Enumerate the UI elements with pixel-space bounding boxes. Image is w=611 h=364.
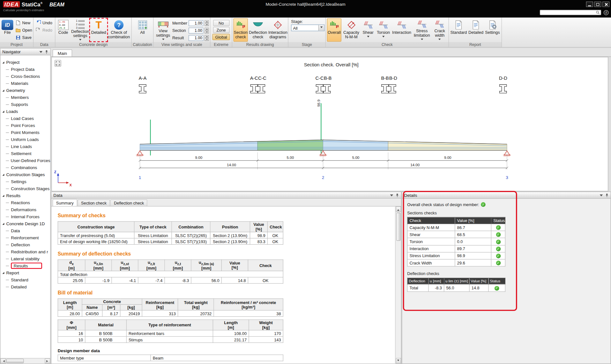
panel-menu-icon[interactable] — [39, 51, 42, 54]
pin-icon[interactable] — [396, 193, 399, 197]
extreme-no-button[interactable]: No — [213, 20, 229, 26]
nav-item-project-data[interactable]: Project Data — [0, 66, 50, 73]
deflection-settings-button[interactable]: 1 2 3 Deflection settings — [71, 18, 90, 41]
nav-item-materials[interactable]: Materials — [0, 80, 50, 87]
nav-item-load-cases[interactable]: Load Cases — [0, 115, 50, 122]
nav-section-project[interactable]: Project — [0, 59, 50, 66]
tab-summary[interactable]: Summary — [53, 199, 77, 206]
table-row[interactable]: 28.00C40/508.17204193132073238 — [58, 310, 283, 317]
scrollbar-thumb[interactable] — [396, 213, 400, 241]
report-detailed-button[interactable]: Detailed — [468, 18, 484, 41]
save-button[interactable]: Save — [14, 34, 33, 41]
view-settings-button[interactable]: View settings — [155, 18, 172, 41]
tab-main[interactable]: Main — [53, 49, 72, 56]
search-input[interactable] — [540, 10, 601, 15]
nav-item-data[interactable]: Data — [0, 227, 50, 234]
file-button[interactable]: ID File — [1, 18, 14, 41]
calculate-all-button[interactable]: All — [134, 18, 151, 41]
result-scale-input[interactable] — [189, 35, 203, 41]
nav-item-deformations[interactable]: Deformations — [0, 206, 50, 213]
check-shear-button[interactable]: Shear — [361, 18, 375, 41]
nav-item-settlement[interactable]: Settlement — [0, 150, 50, 157]
nav-section-results[interactable]: Results — [0, 192, 50, 199]
nav-section-loads[interactable]: Loads — [0, 108, 50, 115]
check-interaction-button[interactable]: Interaction — [392, 18, 412, 41]
tab-section-check[interactable]: Section check — [78, 199, 110, 206]
nav-item-reinforcement[interactable]: Reinforcement — [0, 234, 50, 241]
tab-deflection-check[interactable]: Deflection check — [110, 199, 147, 206]
stage-dropdown[interactable]: All — [291, 25, 324, 31]
nav-item-lateral-stability[interactable]: Lateral stability — [0, 255, 50, 262]
new-button[interactable]: New — [14, 19, 33, 26]
code-button[interactable]: 1.450.9025.8 Code — [56, 18, 70, 41]
section-scale-input[interactable] — [189, 27, 203, 33]
nav-section-report[interactable]: Report — [0, 269, 50, 276]
data-vscrollbar[interactable] — [395, 206, 401, 363]
nav-item-reactions[interactable]: Reactions — [0, 199, 50, 206]
main-canvas[interactable]: Section check. Overall [%] A-A A-C — [51, 57, 608, 191]
check-capacity-button[interactable]: Capacity N-M-M — [342, 18, 361, 41]
check-torsion-button[interactable]: Torsion — [376, 18, 391, 41]
section-check-button[interactable]: Section check — [234, 18, 248, 41]
info-button[interactable]: i — [604, 10, 609, 15]
check-crack-width-button[interactable]: Crack width — [432, 18, 447, 41]
nav-item-supports[interactable]: Supports — [0, 101, 50, 108]
table-row[interactable]: Total-8.356.014.8 — [407, 284, 505, 291]
panel-menu-icon[interactable] — [390, 194, 393, 198]
nav-item-standard[interactable]: Standard — [0, 276, 50, 283]
nav-item-settings[interactable]: Settings — [0, 178, 50, 185]
table-row[interactable]: Crack Width29.6 — [407, 259, 505, 266]
member-scale-stepper[interactable] — [205, 20, 209, 26]
scroll-left-button[interactable] — [0, 359, 6, 364]
minimize-button[interactable] — [586, 2, 593, 7]
nav-section-geometry[interactable]: Geometry — [0, 87, 50, 94]
nav-item-internal-forces[interactable]: Internal Forces — [0, 213, 50, 220]
navigator-hscrollbar[interactable] — [0, 358, 50, 363]
panel-menu-icon[interactable] — [600, 194, 603, 198]
check-stress-limitation-button[interactable]: Stress limitation — [413, 18, 431, 41]
nav-section-construction-stages[interactable]: Construction Stages — [0, 171, 50, 178]
nav-item-construction-stages[interactable]: Construction Stages — [0, 185, 50, 192]
report-settings-button[interactable]: Settings — [485, 18, 500, 41]
table-row[interactable]: 16B 500BReinforcement bars108.00170 — [58, 330, 283, 337]
nav-item-combinations[interactable]: Combinations — [0, 164, 50, 171]
redo-button[interactable]: Redo — [35, 26, 54, 33]
nav-item-point-moments[interactable]: Point Moments — [0, 129, 50, 136]
interaction-diagrams-button[interactable]: Interaction diagrams — [268, 18, 287, 41]
detailed-button[interactable]: T Detailed — [91, 18, 107, 41]
deflection-check-button[interactable]: Deflection check — [249, 18, 267, 41]
scroll-up-button[interactable] — [396, 206, 401, 212]
nav-item-line-loads[interactable]: Line Loads — [0, 143, 50, 150]
maximize-button[interactable] — [594, 2, 601, 7]
extreme-global-button[interactable]: Global — [212, 34, 230, 40]
check-of-combination-button[interactable]: ? Check of combination — [108, 18, 130, 41]
table-row[interactable]: Stress Limitation98.9 — [407, 252, 505, 259]
undo-button[interactable]: Undo — [35, 19, 54, 26]
scrollbar-thumb[interactable] — [6, 359, 24, 363]
member-scale-input[interactable] — [189, 20, 203, 26]
close-button[interactable] — [602, 2, 609, 7]
table-row[interactable]: Torsion0.0 — [407, 238, 505, 245]
extreme-zone-button[interactable]: Zone — [213, 27, 229, 33]
table-row[interactable]: Transfer of prestressing (5.0d)Stress Li… — [58, 232, 283, 238]
result-scale-stepper[interactable] — [205, 35, 209, 41]
table-row[interactable]: Capacity N-M-M86.7 — [407, 224, 505, 231]
open-button[interactable]: Open — [14, 26, 33, 33]
nav-item-members[interactable]: Members — [0, 94, 50, 101]
fit-view-button[interactable] — [55, 60, 61, 67]
nav-item-user-defined-forces[interactable]: User-Defined Forces — [0, 157, 50, 164]
scroll-right-button[interactable] — [45, 359, 50, 364]
nav-item-detailed[interactable]: Detailed — [0, 283, 50, 290]
pin-icon[interactable] — [45, 50, 48, 54]
check-overall-button[interactable]: Overall — [327, 18, 342, 41]
nav-item-results[interactable]: Results — [0, 262, 50, 269]
nav-item-uniform-loads[interactable]: Uniform Loads — [0, 136, 50, 143]
table-row[interactable]: Interaction89.7 — [407, 245, 505, 252]
nav-section-concrete-design-1d[interactable]: Concrete Design 1D — [0, 220, 50, 227]
section-scale-stepper[interactable] — [205, 27, 209, 33]
table-row[interactable]: 25.05-1.9-4.1-7.4-8.356.014.8OK — [58, 277, 283, 284]
table-row[interactable]: End of design working life (18250.0d)Str… — [58, 238, 283, 245]
table-row[interactable]: 10B 500BStirrups231.17143 — [58, 337, 283, 343]
nav-item-cross-sections[interactable]: Cross-Sections — [0, 73, 50, 80]
table-row[interactable]: Member typeBeam — [58, 355, 283, 361]
